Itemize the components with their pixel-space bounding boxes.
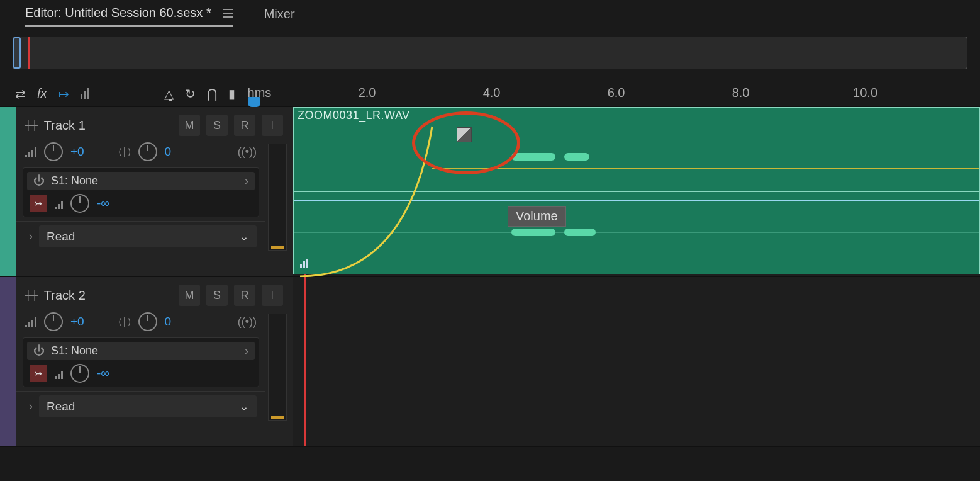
level-meter: [268, 314, 287, 421]
fade-in-handle[interactable]: [457, 128, 471, 142]
fade-in-curve[interactable]: [294, 114, 457, 278]
overview-viewport-handle[interactable]: [13, 37, 21, 69]
track-lane[interactable]: ZOOM0031_LR.WAV Vol: [293, 107, 980, 276]
automation-row: › Read ⌄: [16, 391, 265, 421]
playhead-handle[interactable]: [248, 97, 260, 107]
volume-pan-row: +0 ⟨┼⟩ 0 ((•)): [16, 310, 265, 334]
waveform-icon: ┼┼: [25, 290, 38, 300]
power-icon[interactable]: ⏻: [33, 344, 45, 358]
track-header: ┼┼ Track 1 M S R I: [16, 111, 289, 140]
document-tabs: Editor: Untitled Session 60.sesx * Mixer: [0, 0, 980, 29]
chevron-right-icon: ›: [245, 344, 248, 358]
waveform-icon: ┼┼: [25, 120, 38, 130]
automation-mode-select[interactable]: Read ⌄: [39, 225, 257, 247]
ruler-tick: 4.0: [483, 86, 501, 100]
pan-envelope-line[interactable]: [432, 168, 979, 169]
send-level-row: ↣ -∞: [27, 360, 255, 383]
send-value[interactable]: -∞: [97, 196, 109, 210]
chevron-down-icon: ⌄: [239, 399, 249, 414]
pan-value[interactable]: 0: [165, 145, 172, 159]
solo-button[interactable]: S: [206, 115, 228, 136]
send-label: S1: None: [51, 174, 98, 188]
waveform: [564, 153, 589, 161]
tab-mixer[interactable]: Mixer: [264, 7, 295, 26]
toolbar: ⇄ fx ↦ △̱ ↻ ⋂ ▮ hms 2.0 4.0 6.0 8.0 10.0: [0, 81, 980, 107]
ruler-tick: 6.0: [608, 86, 625, 100]
route-prefader-icon[interactable]: ↣: [30, 365, 47, 382]
sends-icon[interactable]: ↦: [58, 86, 69, 101]
automation-mode-label: Read: [47, 400, 75, 414]
input-monitor-button[interactable]: I: [262, 115, 283, 136]
playhead-line: [304, 277, 306, 446]
solo-button[interactable]: S: [206, 285, 228, 306]
effects-icon[interactable]: fx: [37, 86, 47, 101]
volume-knob[interactable]: [44, 312, 63, 331]
pan-knob[interactable]: [138, 312, 157, 331]
pan-knob[interactable]: [138, 142, 157, 161]
volume-value[interactable]: +0: [70, 145, 84, 159]
pan-value[interactable]: 0: [165, 315, 172, 329]
timeline-overview[interactable]: [13, 37, 967, 69]
tab-editor[interactable]: Editor: Untitled Session 60.sesx *: [25, 6, 233, 27]
snap-icon[interactable]: ⋂: [207, 86, 217, 101]
automation-mode-select[interactable]: Read ⌄: [39, 395, 257, 417]
level-meter: [268, 144, 287, 251]
power-icon[interactable]: ⏻: [33, 174, 45, 188]
track-panel: ┼┼ Track 1 M S R I +0 ⟨┼⟩ 0: [16, 107, 293, 276]
chevron-right-icon[interactable]: ›: [29, 230, 33, 243]
route-prefader-icon[interactable]: ↣: [30, 195, 47, 212]
record-button[interactable]: R: [234, 115, 255, 136]
level-icon: [55, 198, 63, 209]
ruler-tick: 2.0: [359, 86, 376, 100]
track-lane[interactable]: [293, 277, 980, 446]
sends-box: ⏻ S1: None › ↣ -∞: [23, 167, 259, 217]
track-row: ┼┼ Track 1 M S R I +0 ⟨┼⟩ 0: [0, 107, 980, 277]
send-value[interactable]: -∞: [97, 366, 109, 380]
send-label: S1: None: [51, 344, 98, 358]
tooltip: Volume: [508, 206, 566, 227]
input-monitor-button[interactable]: I: [262, 285, 283, 306]
track-row: ┼┼ Track 2 M S R I +0 ⟨┼⟩ 0: [0, 277, 980, 447]
mute-button[interactable]: M: [179, 285, 200, 306]
volume-value[interactable]: +0: [70, 315, 84, 329]
chevron-right-icon: ›: [245, 174, 248, 188]
waveform: [511, 153, 555, 161]
track-name[interactable]: Track 2: [44, 288, 172, 303]
send-knob[interactable]: [70, 364, 89, 383]
eq-icon[interactable]: [81, 88, 89, 99]
automation-row: › Read ⌄: [16, 221, 265, 251]
volume-icon: [25, 146, 36, 157]
track-header: ┼┼ Track 2 M S R I: [16, 281, 289, 310]
clip-gain-icon[interactable]: [300, 256, 308, 268]
track-color-strip[interactable]: [0, 277, 16, 446]
send-knob[interactable]: [70, 194, 89, 213]
audio-clip[interactable]: ZOOM0031_LR.WAV Vol: [293, 107, 980, 274]
chevron-down-icon: ⌄: [239, 229, 249, 244]
pan-icon: ⟨┼⟩: [118, 317, 131, 327]
metronome-icon[interactable]: △̱: [164, 86, 174, 101]
ruler-tick: 10.0: [853, 86, 877, 100]
waveform: [564, 229, 596, 236]
inputs-outputs-icon[interactable]: ⇄: [15, 86, 26, 101]
record-button[interactable]: R: [234, 285, 255, 306]
volume-knob[interactable]: [44, 142, 63, 161]
mute-button[interactable]: M: [179, 115, 200, 136]
stereo-mono-icon[interactable]: ((•)): [238, 315, 257, 329]
marker-icon[interactable]: ▮: [228, 86, 235, 101]
send-slot[interactable]: ⏻ S1: None ›: [27, 342, 255, 360]
tab-editor-label: Editor: Untitled Session 60.sesx *: [25, 6, 211, 20]
chevron-right-icon[interactable]: ›: [29, 400, 33, 413]
send-slot[interactable]: ⏻ S1: None ›: [27, 172, 255, 190]
track-name[interactable]: Track 1: [44, 118, 172, 133]
waveform: [511, 229, 555, 236]
stereo-mono-icon[interactable]: ((•)): [238, 145, 257, 159]
track-color-strip[interactable]: [0, 107, 16, 276]
volume-pan-row: +0 ⟨┼⟩ 0 ((•)): [16, 140, 265, 164]
automation-mode-label: Read: [47, 230, 75, 244]
panel-menu-icon[interactable]: [223, 9, 233, 18]
overview-playhead: [28, 37, 30, 69]
pan-icon: ⟨┼⟩: [118, 147, 131, 157]
timeline-ruler[interactable]: hms 2.0 4.0 6.0 8.0 10.0: [243, 81, 980, 107]
loop-icon[interactable]: ↻: [185, 86, 196, 101]
tracks-area: ┼┼ Track 1 M S R I +0 ⟨┼⟩ 0: [0, 107, 980, 447]
